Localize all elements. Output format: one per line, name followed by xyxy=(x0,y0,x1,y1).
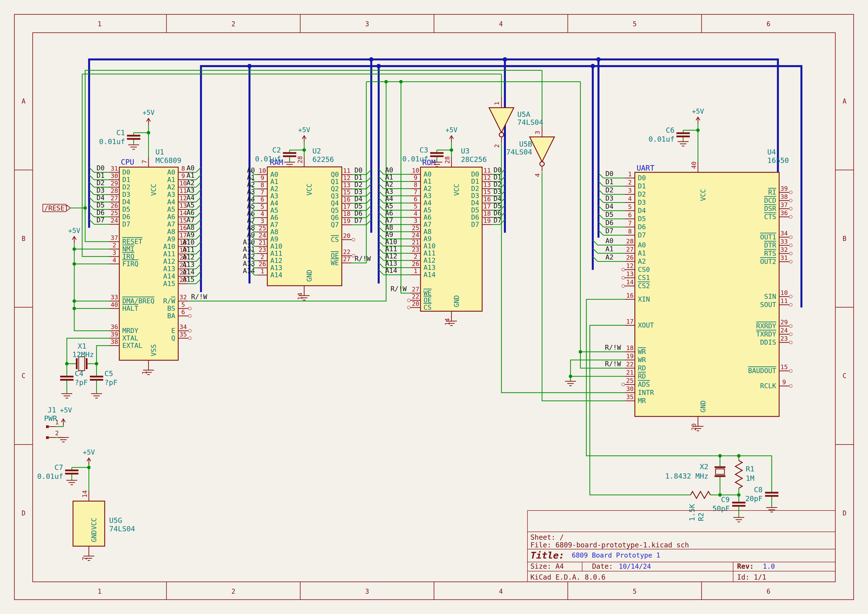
pin-number-U2-A2[interactable]: 8 xyxy=(260,181,264,189)
pin-number-U3-CS[interactable]: 20 xyxy=(412,300,419,307)
pin-number-U2-Q5[interactable]: 17 xyxy=(343,203,350,210)
net-label-A9[interactable]: A9 xyxy=(247,231,255,239)
pin-number-U2-Q6[interactable]: 18 xyxy=(343,210,350,217)
pin-number-U3-A11[interactable]: 23 xyxy=(412,246,419,253)
net-label-D4[interactable]: D4 xyxy=(605,203,614,210)
pin-number-U2-A8[interactable]: 25 xyxy=(259,225,266,232)
pin-name-U1-BA[interactable]: BA xyxy=(167,312,175,319)
pin-number-U4-SIN[interactable]: 10 xyxy=(780,289,788,296)
pin-name-U4-D0[interactable]: D0 xyxy=(638,174,646,182)
pin-number-U2-WE[interactable]: 27 xyxy=(343,256,350,263)
ic-value-U1[interactable]: MC6809 xyxy=(155,156,181,164)
net-label-A9[interactable]: A9 xyxy=(186,231,195,239)
capacitor-value[interactable]: ?pF xyxy=(104,378,117,387)
pin-name-U3-A0[interactable]: A0 xyxy=(423,171,432,178)
power-flag-+5V[interactable]: +5V xyxy=(83,448,95,464)
net-label-R/!W[interactable]: R/!W xyxy=(191,293,208,301)
pin-number-U3-D5[interactable]: 17 xyxy=(484,203,491,210)
net-label-D6[interactable]: D6 xyxy=(605,219,614,226)
pin-number-U4-XOUT[interactable]: 17 xyxy=(626,318,634,325)
pin-number-U2-OE[interactable]: 22 xyxy=(343,248,350,256)
pin-number-U1-MRDY[interactable]: 36 xyxy=(111,323,118,330)
frame-col-label[interactable]: 5 xyxy=(632,588,637,595)
tb-date-value[interactable]: 10/14/24 xyxy=(619,563,651,570)
pin-number-U1-D2[interactable]: 29 xyxy=(111,180,118,187)
net-label-D7[interactable]: D7 xyxy=(355,217,363,224)
tb-id[interactable]: Id: 1/1 xyxy=(737,573,766,581)
pin-number-U4-ADS[interactable]: 25 xyxy=(626,377,634,384)
pin-name-U1-A7[interactable]: A7 xyxy=(167,220,175,228)
pin-number-U4-D7[interactable]: 8 xyxy=(628,228,632,235)
wire[interactable] xyxy=(401,82,411,293)
pin-number-U3-D1[interactable]: 12 xyxy=(484,174,491,181)
pin-number-U3-A0[interactable]: 10 xyxy=(412,167,419,174)
pin-name-U1-A8[interactable]: A8 xyxy=(167,228,175,236)
pin-name-U4-XOUT[interactable]: XOUT xyxy=(638,321,654,329)
net-label-D3[interactable]: D3 xyxy=(493,188,502,195)
pin-name-U2-A5[interactable]: A5 xyxy=(270,206,279,214)
pin-number-U4-A1[interactable]: 27 xyxy=(626,246,634,253)
pin-name-U1-HALT[interactable]: HALT xyxy=(122,304,138,312)
pin-name-U3-A6[interactable]: A6 xyxy=(423,213,432,221)
crystal-value-X1[interactable]: 12MHz xyxy=(72,350,94,359)
capacitor-ref[interactable]: C7 xyxy=(54,463,63,471)
pin-name-U1-EXTAL[interactable]: EXTAL xyxy=(122,342,142,349)
pin-name-U3-A3[interactable]: A3 xyxy=(423,192,432,200)
pin-number-U3-A14[interactable]: 1 xyxy=(414,267,417,274)
net-label-D0[interactable]: D0 xyxy=(605,170,614,178)
net-label-R/!W[interactable]: R/!W xyxy=(391,285,407,293)
pin-number-U3-D2[interactable]: 13 xyxy=(484,181,491,188)
pin-name-VCC[interactable]: VCC xyxy=(699,189,707,201)
pin-number-U2-Q1[interactable]: 12 xyxy=(343,174,350,181)
pin-name-U3-A11[interactable]: A11 xyxy=(423,249,436,257)
net-label-A8[interactable]: A8 xyxy=(186,223,195,231)
pin-name-U4-BAUDOUT[interactable]: BAUDOUT xyxy=(748,367,776,375)
pin-number-U4-RCLK[interactable]: 9 xyxy=(782,378,786,386)
pin-number-U1-RESET[interactable]: 37 xyxy=(111,234,118,241)
ic-value-U4[interactable]: 16550 xyxy=(767,156,789,164)
crystal-body-X1[interactable] xyxy=(79,357,85,371)
frame-row-label[interactable]: D xyxy=(22,510,25,517)
net-label-R/!W[interactable]: R/!W xyxy=(355,255,371,262)
resistor-ref-R2[interactable]: R2 xyxy=(697,513,705,521)
net-label-A10[interactable]: A10 xyxy=(243,238,255,246)
pin-name-U2-Q5[interactable]: Q5 xyxy=(331,206,339,214)
pin-number-U2-A7[interactable]: 3 xyxy=(260,217,264,225)
ground-symbol[interactable] xyxy=(58,437,69,442)
ic-value-U3[interactable]: 28C256 xyxy=(461,155,487,164)
pin-number-U3-A8[interactable]: 25 xyxy=(412,224,419,231)
pin-name-U1-A0[interactable]: A0 xyxy=(167,168,175,176)
frame-row-label[interactable]: B xyxy=(843,235,846,242)
net-label-A4[interactable]: A4 xyxy=(247,195,255,203)
pin-number-U4-OUT2[interactable]: 31 xyxy=(780,254,788,262)
pin-name-U2-A13[interactable]: A13 xyxy=(270,264,282,271)
capacitor-ref[interactable]: C8 xyxy=(754,485,763,494)
pin-number-VCC[interactable]: 40 xyxy=(690,161,698,169)
pin-number-U1-A1[interactable]: 9 xyxy=(181,172,185,180)
frame-col-label[interactable]: 3 xyxy=(365,588,369,595)
pin-name-U4-D7[interactable]: D7 xyxy=(638,231,646,239)
net-label-D4[interactable]: D4 xyxy=(493,195,502,203)
pin-name-U3-OE[interactable]: OE xyxy=(423,296,432,304)
ic-ref-U5G[interactable]: U5G xyxy=(109,516,122,525)
pin-number-U4-OUT1[interactable]: 34 xyxy=(780,230,788,237)
pin-name-U2-A12[interactable]: A12 xyxy=(270,257,282,264)
pin-number-U1-D3[interactable]: 28 xyxy=(111,187,118,194)
pin-number-U3-D3[interactable]: 15 xyxy=(484,188,491,195)
pin-number-U1-D4[interactable]: 27 xyxy=(111,195,118,202)
net-label-A5[interactable]: A5 xyxy=(385,202,393,210)
pin-number-GND[interactable]: 14 xyxy=(296,293,304,300)
gate-body-U5B[interactable] xyxy=(530,137,555,162)
net-label-D2[interactable]: D2 xyxy=(493,180,502,188)
pin-name-U4-RTS[interactable]: RTS xyxy=(764,250,776,257)
ground-symbol[interactable] xyxy=(766,507,777,512)
pin-name-U2-OE[interactable]: OE xyxy=(331,252,339,259)
pin-number-U1-Q[interactable]: 35 xyxy=(180,331,187,338)
capacitor-ref[interactable]: C5 xyxy=(104,369,113,378)
pin-name-U3-WE[interactable]: WE xyxy=(423,289,432,297)
net-label-D5[interactable]: D5 xyxy=(355,202,363,210)
tb-title-value[interactable]: 6809 Board Prototype 1 xyxy=(572,551,660,559)
pin-number-U4-RD[interactable]: 21 xyxy=(626,369,634,376)
crystal-body-X2[interactable] xyxy=(716,469,724,474)
pin-name-U2-A10[interactable]: A10 xyxy=(270,242,282,250)
